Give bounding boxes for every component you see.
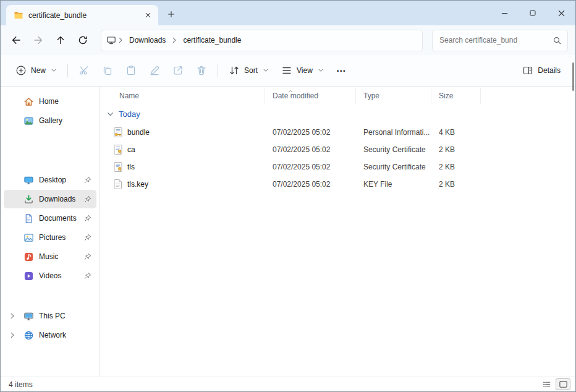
toolbar-separator: [218, 64, 218, 77]
sidebar-item-label: This PC: [39, 312, 66, 320]
file-row-tls[interactable]: tls 07/02/2025 05:02 Security Certificat…: [100, 158, 575, 176]
breadcrumb-downloads[interactable]: Downloads: [125, 33, 170, 47]
column-header-type[interactable]: Type: [356, 88, 431, 104]
share-icon: [172, 65, 184, 76]
status-bar: 4 items: [1, 377, 575, 391]
file-row-bundle[interactable]: bundle 07/02/2025 05:02 Personal Informa…: [100, 124, 575, 141]
file-explorer-window: certificate_bundle: [0, 0, 576, 392]
large-icons-view-toggle[interactable]: [556, 378, 570, 390]
back-button[interactable]: [6, 30, 27, 51]
details-pane-icon: [522, 65, 533, 76]
paste-button[interactable]: [119, 59, 143, 82]
videos-icon: [23, 271, 34, 281]
search-input[interactable]: [438, 35, 553, 45]
chevron-right-icon: [171, 36, 178, 44]
group-header-label: Today: [119, 109, 140, 119]
forward-button[interactable]: [28, 30, 49, 51]
copy-icon: [102, 65, 113, 76]
column-header-label: Date modified: [273, 92, 318, 100]
sidebar-item-downloads[interactable]: Downloads: [4, 190, 96, 208]
sidebar-item-label: Documents: [39, 214, 77, 223]
this-pc-icon: [23, 311, 34, 322]
chevron-right-icon[interactable]: [9, 331, 16, 339]
explorer-tab[interactable]: certificate_bundle: [6, 5, 158, 25]
pin-icon: [84, 195, 96, 203]
minimize-button[interactable]: [490, 1, 519, 25]
this-pc-icon: [106, 35, 116, 45]
sidebar-item-documents[interactable]: Documents: [4, 209, 96, 228]
sort-button[interactable]: Sort: [222, 59, 275, 82]
sidebar-item-music[interactable]: Music: [4, 247, 96, 266]
see-more-icon: …: [336, 66, 347, 76]
sidebar-item-label: Music: [39, 252, 58, 261]
pin-icon: [84, 272, 96, 279]
sidebar-item-pictures[interactable]: Pictures: [4, 228, 96, 247]
network-icon: [23, 330, 34, 341]
scrollbar-thumb[interactable]: [572, 62, 574, 91]
details-pane-label: Details: [538, 66, 561, 75]
delete-button[interactable]: [190, 59, 213, 82]
new-button-label: New: [31, 66, 46, 75]
tab-title: certificate_bundle: [28, 11, 136, 20]
column-header-date-modified[interactable]: Date modified: [265, 88, 356, 104]
downloads-icon: [23, 194, 34, 205]
sidebar-item-desktop[interactable]: Desktop: [4, 171, 96, 189]
view-button[interactable]: View: [275, 59, 330, 82]
sidebar-item-label: Home: [39, 97, 59, 106]
copy-button[interactable]: [96, 59, 119, 82]
sidebar-item-home[interactable]: Home: [4, 92, 96, 111]
sort-button-label: Sort: [244, 66, 258, 75]
paste-icon: [125, 65, 137, 76]
close-button[interactable]: [547, 1, 575, 25]
column-header-size[interactable]: Size: [431, 88, 481, 104]
share-button[interactable]: [166, 59, 190, 82]
navigation-pane: Home Gallery Desktop: [1, 87, 100, 377]
file-date-modified: 07/02/2025 05:02: [265, 128, 356, 137]
sidebar-item-label: Network: [39, 331, 66, 339]
file-row-ca[interactable]: ca 07/02/2025 05:02 Security Certificate…: [100, 141, 575, 158]
rename-button[interactable]: [143, 59, 166, 82]
new-tab-button[interactable]: [162, 6, 180, 23]
file-type: Security Certificate: [356, 145, 431, 154]
pfx-certificate-icon: [112, 127, 124, 138]
sidebar-item-this-pc[interactable]: This PC: [4, 307, 96, 325]
sort-ascending-icon: [287, 88, 294, 95]
sidebar-item-gallery[interactable]: Gallery: [4, 111, 96, 130]
chevron-right-icon: [117, 36, 124, 44]
sidebar-item-label: Gallery: [39, 116, 62, 125]
explorer-body: Home Gallery Desktop: [1, 87, 575, 377]
column-header-name[interactable]: Name: [100, 88, 265, 104]
view-button-label: View: [297, 66, 313, 75]
address-bar[interactable]: Downloads certificate_bundle: [101, 30, 423, 51]
command-bar: New: [1, 55, 575, 87]
file-row-tls-key[interactable]: tls.key 07/02/2025 05:02 KEY File 2 KB: [100, 176, 575, 193]
group-header-today[interactable]: Today: [100, 104, 575, 124]
tab-close-icon[interactable]: [141, 9, 155, 22]
file-date-modified: 07/02/2025 05:02: [265, 145, 356, 154]
navigation-bar: Downloads certificate_bundle: [1, 25, 575, 55]
maximize-button[interactable]: [519, 1, 547, 25]
home-icon: [23, 96, 34, 107]
search-icon[interactable]: [553, 36, 562, 45]
sidebar-item-label: Pictures: [39, 233, 66, 242]
details-pane-button[interactable]: Details: [516, 59, 567, 82]
tab-strip: certificate_bundle: [1, 1, 575, 25]
sidebar-gap: [1, 286, 100, 306]
details-view-toggle[interactable]: [539, 378, 554, 390]
rename-icon: [149, 65, 160, 76]
new-button[interactable]: New: [9, 59, 63, 82]
sidebar-item-label: Desktop: [39, 176, 66, 184]
chevron-right-icon[interactable]: [9, 312, 16, 320]
cut-button[interactable]: [72, 59, 96, 82]
breadcrumb-certificate-bundle[interactable]: certificate_bundle: [179, 33, 245, 47]
chevron-down-icon[interactable]: [106, 110, 114, 118]
see-more-button[interactable]: …: [330, 59, 353, 82]
refresh-button[interactable]: [72, 30, 93, 51]
up-button[interactable]: [50, 30, 71, 51]
pin-icon: [84, 253, 96, 260]
chevron-down-icon: [51, 67, 57, 74]
sidebar-item-network[interactable]: Network: [4, 326, 96, 344]
sidebar-item-label: Videos: [39, 271, 61, 280]
pin-icon: [84, 234, 96, 241]
sidebar-item-videos[interactable]: Videos: [4, 266, 96, 285]
